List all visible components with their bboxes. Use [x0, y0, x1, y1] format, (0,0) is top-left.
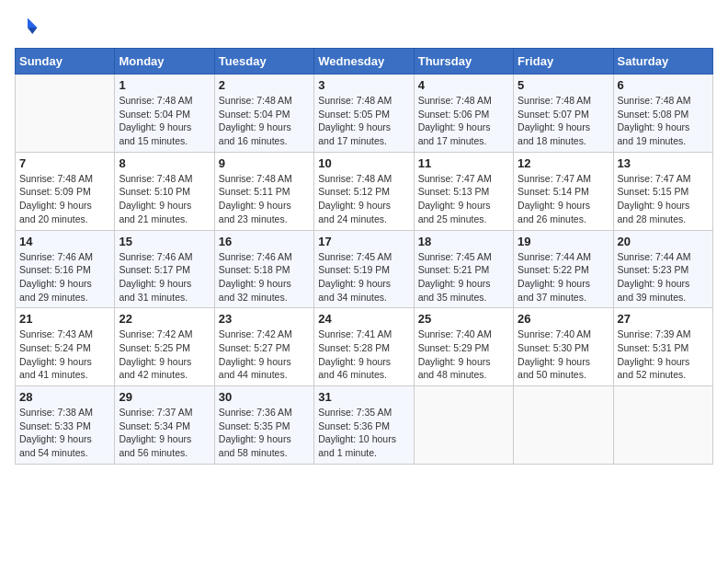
day-info: Sunrise: 7:40 AMSunset: 5:29 PMDaylight:…	[418, 327, 509, 382]
day-info: Sunrise: 7:48 AMSunset: 5:08 PMDaylight:…	[618, 94, 709, 148]
day-number: 27	[618, 312, 709, 326]
day-number: 8	[119, 156, 210, 170]
day-info: Sunrise: 7:46 AMSunset: 5:18 PMDaylight:…	[219, 250, 310, 304]
day-info: Sunrise: 7:38 AMSunset: 5:33 PMDaylight:…	[19, 406, 110, 460]
day-number: 6	[618, 78, 709, 92]
day-info: Sunrise: 7:48 AMSunset: 5:09 PMDaylight:…	[19, 172, 110, 226]
day-number: 16	[219, 235, 310, 248]
day-number: 12	[518, 156, 609, 170]
calendar-cell: 12Sunrise: 7:47 AMSunset: 5:14 PMDayligh…	[514, 152, 613, 230]
day-number: 14	[19, 235, 110, 248]
day-number: 15	[119, 235, 210, 248]
calendar-cell: 8Sunrise: 7:48 AMSunset: 5:10 PMDaylight…	[115, 152, 214, 230]
day-number: 29	[119, 390, 210, 404]
day-info: Sunrise: 7:37 AMSunset: 5:34 PMDaylight:…	[119, 406, 210, 460]
calendar-cell: 23Sunrise: 7:42 AMSunset: 5:27 PMDayligh…	[214, 308, 313, 386]
day-header-saturday: Saturday	[613, 49, 712, 75]
day-number: 4	[418, 78, 509, 92]
day-info: Sunrise: 7:42 AMSunset: 5:25 PMDaylight:…	[119, 327, 210, 382]
day-number: 28	[19, 390, 110, 404]
day-number: 24	[318, 312, 409, 326]
day-info: Sunrise: 7:44 AMSunset: 5:22 PMDaylight:…	[518, 250, 609, 304]
day-info: Sunrise: 7:47 AMSunset: 5:14 PMDaylight:…	[518, 172, 609, 226]
calendar-week-row: 7Sunrise: 7:48 AMSunset: 5:09 PMDaylight…	[16, 152, 713, 230]
calendar-cell: 11Sunrise: 7:47 AMSunset: 5:13 PMDayligh…	[414, 152, 513, 230]
day-info: Sunrise: 7:36 AMSunset: 5:35 PMDaylight:…	[219, 406, 310, 460]
day-number: 9	[219, 156, 310, 170]
calendar-cell: 1Sunrise: 7:48 AMSunset: 5:04 PMDaylight…	[115, 75, 214, 153]
calendar-cell	[613, 386, 712, 465]
calendar-cell: 9Sunrise: 7:48 AMSunset: 5:11 PMDaylight…	[214, 152, 313, 230]
page-header	[15, 15, 713, 40]
calendar-cell: 18Sunrise: 7:45 AMSunset: 5:21 PMDayligh…	[414, 230, 513, 308]
day-info: Sunrise: 7:48 AMSunset: 5:07 PMDaylight:…	[518, 94, 609, 148]
day-info: Sunrise: 7:48 AMSunset: 5:11 PMDaylight:…	[219, 172, 310, 226]
calendar-cell: 10Sunrise: 7:48 AMSunset: 5:12 PMDayligh…	[314, 152, 414, 230]
day-info: Sunrise: 7:48 AMSunset: 5:04 PMDaylight:…	[219, 94, 310, 148]
day-number: 17	[318, 235, 409, 248]
calendar-cell: 19Sunrise: 7:44 AMSunset: 5:22 PMDayligh…	[514, 230, 613, 308]
calendar-cell: 30Sunrise: 7:36 AMSunset: 5:35 PMDayligh…	[214, 386, 313, 465]
calendar-table: SundayMondayTuesdayWednesdayThursdayFrid…	[15, 48, 713, 465]
day-info: Sunrise: 7:40 AMSunset: 5:30 PMDaylight:…	[518, 327, 609, 382]
calendar-header-row: SundayMondayTuesdayWednesdayThursdayFrid…	[16, 49, 713, 75]
calendar-cell	[414, 386, 513, 465]
calendar-cell: 6Sunrise: 7:48 AMSunset: 5:08 PMDaylight…	[613, 75, 712, 153]
day-info: Sunrise: 7:41 AMSunset: 5:28 PMDaylight:…	[318, 327, 409, 382]
day-info: Sunrise: 7:47 AMSunset: 5:15 PMDaylight:…	[618, 172, 709, 226]
day-header-thursday: Thursday	[414, 49, 513, 75]
calendar-cell: 3Sunrise: 7:48 AMSunset: 5:05 PMDaylight…	[314, 75, 414, 153]
day-info: Sunrise: 7:45 AMSunset: 5:19 PMDaylight:…	[318, 250, 409, 304]
calendar-cell: 29Sunrise: 7:37 AMSunset: 5:34 PMDayligh…	[115, 386, 214, 465]
calendar-cell: 13Sunrise: 7:47 AMSunset: 5:15 PMDayligh…	[613, 152, 712, 230]
calendar-cell: 14Sunrise: 7:46 AMSunset: 5:16 PMDayligh…	[16, 230, 115, 308]
logo-icon	[15, 15, 40, 40]
calendar-cell: 27Sunrise: 7:39 AMSunset: 5:31 PMDayligh…	[613, 308, 712, 386]
day-info: Sunrise: 7:43 AMSunset: 5:24 PMDaylight:…	[19, 327, 110, 382]
day-info: Sunrise: 7:48 AMSunset: 5:04 PMDaylight:…	[119, 94, 210, 148]
calendar-cell: 20Sunrise: 7:44 AMSunset: 5:23 PMDayligh…	[613, 230, 712, 308]
calendar-cell: 25Sunrise: 7:40 AMSunset: 5:29 PMDayligh…	[414, 308, 513, 386]
calendar-cell: 31Sunrise: 7:35 AMSunset: 5:36 PMDayligh…	[314, 386, 414, 465]
day-info: Sunrise: 7:39 AMSunset: 5:31 PMDaylight:…	[618, 327, 709, 382]
day-number: 26	[518, 312, 609, 326]
calendar-week-row: 28Sunrise: 7:38 AMSunset: 5:33 PMDayligh…	[16, 386, 713, 465]
day-number: 5	[518, 78, 609, 92]
calendar-cell: 26Sunrise: 7:40 AMSunset: 5:30 PMDayligh…	[514, 308, 613, 386]
day-number: 1	[119, 78, 210, 92]
calendar-cell: 2Sunrise: 7:48 AMSunset: 5:04 PMDaylight…	[214, 75, 313, 153]
day-number: 25	[418, 312, 509, 326]
day-number: 11	[418, 156, 509, 170]
day-header-wednesday: Wednesday	[314, 49, 414, 75]
calendar-cell: 28Sunrise: 7:38 AMSunset: 5:33 PMDayligh…	[16, 386, 115, 465]
calendar-cell	[514, 386, 613, 465]
calendar-cell: 22Sunrise: 7:42 AMSunset: 5:25 PMDayligh…	[115, 308, 214, 386]
day-number: 3	[318, 78, 409, 92]
day-info: Sunrise: 7:46 AMSunset: 5:16 PMDaylight:…	[19, 250, 110, 304]
day-header-tuesday: Tuesday	[214, 49, 313, 75]
day-info: Sunrise: 7:48 AMSunset: 5:12 PMDaylight:…	[318, 172, 409, 226]
calendar-cell: 17Sunrise: 7:45 AMSunset: 5:19 PMDayligh…	[314, 230, 414, 308]
day-number: 18	[418, 235, 509, 248]
day-number: 30	[219, 390, 310, 404]
day-info: Sunrise: 7:48 AMSunset: 5:10 PMDaylight:…	[119, 172, 210, 226]
day-number: 20	[618, 235, 709, 248]
day-info: Sunrise: 7:48 AMSunset: 5:05 PMDaylight:…	[318, 94, 409, 148]
day-info: Sunrise: 7:47 AMSunset: 5:13 PMDaylight:…	[418, 172, 509, 226]
calendar-week-row: 21Sunrise: 7:43 AMSunset: 5:24 PMDayligh…	[16, 308, 713, 386]
day-number: 31	[318, 390, 409, 404]
calendar-cell: 7Sunrise: 7:48 AMSunset: 5:09 PMDaylight…	[16, 152, 115, 230]
logo	[15, 15, 44, 40]
calendar-cell: 24Sunrise: 7:41 AMSunset: 5:28 PMDayligh…	[314, 308, 414, 386]
day-number: 7	[19, 156, 110, 170]
day-info: Sunrise: 7:44 AMSunset: 5:23 PMDaylight:…	[618, 250, 709, 304]
day-header-monday: Monday	[115, 49, 214, 75]
day-number: 10	[318, 156, 409, 170]
day-number: 13	[618, 156, 709, 170]
calendar-cell	[16, 75, 115, 153]
calendar-cell: 21Sunrise: 7:43 AMSunset: 5:24 PMDayligh…	[16, 308, 115, 386]
day-header-sunday: Sunday	[16, 49, 115, 75]
calendar-cell: 5Sunrise: 7:48 AMSunset: 5:07 PMDaylight…	[514, 75, 613, 153]
calendar-week-row: 1Sunrise: 7:48 AMSunset: 5:04 PMDaylight…	[16, 75, 713, 153]
day-info: Sunrise: 7:35 AMSunset: 5:36 PMDaylight:…	[318, 406, 409, 460]
